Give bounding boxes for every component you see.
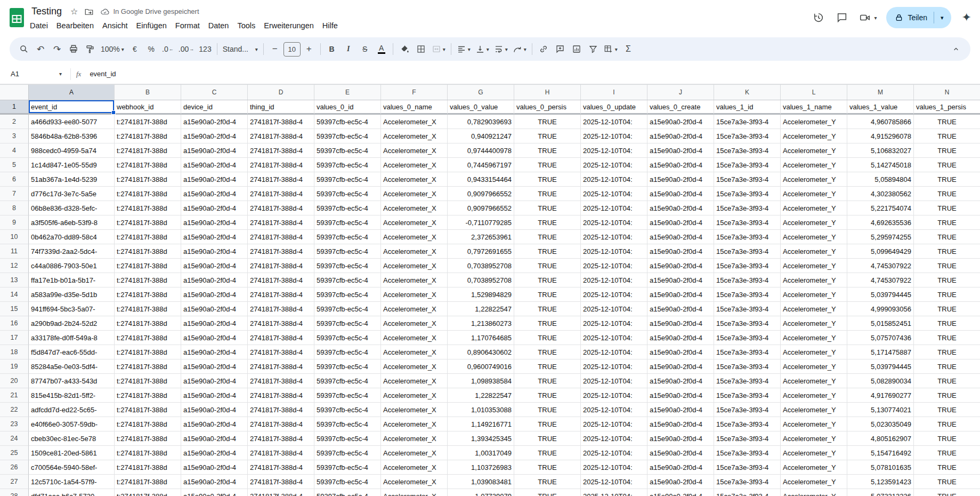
cell-E10[interactable]: 59397cfb-ec5c-4 xyxy=(314,230,381,244)
cell-L14[interactable]: Accelerometer_Y xyxy=(781,287,847,302)
cell-M11[interactable]: 5,099649429 xyxy=(847,244,914,259)
cell-G27[interactable]: 1,039083481 xyxy=(448,475,514,489)
cell-F4[interactable]: Accelerometer_X xyxy=(381,143,448,158)
functions-button[interactable]: Σ xyxy=(620,41,636,57)
cell-H20[interactable]: TRUE xyxy=(514,374,581,388)
row-number-19[interactable]: 19 xyxy=(0,359,29,374)
cell-J8[interactable]: a15e90a0-2f0d-4 xyxy=(647,201,714,215)
cell-K24[interactable]: 15ce7a3e-3f93-4 xyxy=(714,431,781,446)
cell-K22[interactable]: 15ce7a3e-3f93-4 xyxy=(714,403,781,417)
cell-D27[interactable]: 2741817f-388d-4 xyxy=(248,475,314,489)
cell-H6[interactable]: TRUE xyxy=(514,172,581,187)
cell-K5[interactable]: 15ce7a3e-3f93-4 xyxy=(714,158,781,172)
cell-A9[interactable]: a3f505f6-a6eb-53f9-8 xyxy=(29,215,115,230)
cell-H25[interactable]: TRUE xyxy=(514,446,581,460)
cell-B18[interactable]: t:2741817f-388d xyxy=(115,345,181,359)
cell-H8[interactable]: TRUE xyxy=(514,201,581,215)
cell-I12[interactable]: 2025-12-10T04: xyxy=(581,259,647,273)
cell-D14[interactable]: 2741817f-388d-4 xyxy=(248,287,314,302)
cell-J26[interactable]: a15e90a0-2f0d-4 xyxy=(647,460,714,475)
cell-F15[interactable]: Accelerometer_X xyxy=(381,302,448,316)
cell-C1[interactable]: device_id xyxy=(181,100,248,115)
cell-D6[interactable]: 2741817f-388d-4 xyxy=(248,172,314,187)
cell-E21[interactable]: 59397cfb-ec5c-4 xyxy=(314,388,381,403)
column-header-H[interactable]: H xyxy=(514,85,581,100)
cell-A23[interactable]: e40f66e0-3057-59db- xyxy=(29,417,115,431)
cell-A11[interactable]: 74f7339d-2aa2-5dc4- xyxy=(29,244,115,259)
cell-H14[interactable]: TRUE xyxy=(514,287,581,302)
cell-J22[interactable]: a15e90a0-2f0d-4 xyxy=(647,403,714,417)
row-number-1[interactable]: 1 xyxy=(0,100,29,115)
cell-E1[interactable]: values_0_id xyxy=(314,100,381,115)
cell-D21[interactable]: 2741817f-388d-4 xyxy=(248,388,314,403)
cell-J4[interactable]: a15e90a0-2f0d-4 xyxy=(647,143,714,158)
cell-E18[interactable]: 59397cfb-ec5c-4 xyxy=(314,345,381,359)
cell-H26[interactable]: TRUE xyxy=(514,460,581,475)
row-number-23[interactable]: 23 xyxy=(0,417,29,431)
cell-A1[interactable]: event_id xyxy=(29,100,115,115)
cell-F26[interactable]: Accelerometer_X xyxy=(381,460,448,475)
cell-I27[interactable]: 2025-12-10T04: xyxy=(581,475,647,489)
cell-K6[interactable]: 15ce7a3e-3f93-4 xyxy=(714,172,781,187)
cell-B24[interactable]: t:2741817f-388d xyxy=(115,431,181,446)
cell-B10[interactable]: t:2741817f-388d xyxy=(115,230,181,244)
cell-N9[interactable]: TRUE xyxy=(914,215,980,230)
cell-I1[interactable]: values_0_update xyxy=(581,100,647,115)
cell-G28[interactable]: 1,07739079 xyxy=(448,489,514,496)
menu-hilfe[interactable]: Hilfe xyxy=(318,20,342,31)
cell-G11[interactable]: 0,7972691655 xyxy=(448,244,514,259)
cell-F14[interactable]: Accelerometer_X xyxy=(381,287,448,302)
cell-G4[interactable]: 0,9744400978 xyxy=(448,143,514,158)
cell-E8[interactable]: 59397cfb-ec5c-4 xyxy=(314,201,381,215)
cell-B26[interactable]: t:2741817f-388d xyxy=(115,460,181,475)
cell-N8[interactable]: TRUE xyxy=(914,201,980,215)
cell-N24[interactable]: TRUE xyxy=(914,431,980,446)
cell-I14[interactable]: 2025-12-10T04: xyxy=(581,287,647,302)
cell-H4[interactable]: TRUE xyxy=(514,143,581,158)
cell-G17[interactable]: 1,170764685 xyxy=(448,331,514,345)
row-number-21[interactable]: 21 xyxy=(0,388,29,403)
cell-J15[interactable]: a15e90a0-2f0d-4 xyxy=(647,302,714,316)
cell-D23[interactable]: 2741817f-388d-4 xyxy=(248,417,314,431)
cell-D18[interactable]: 2741817f-388d-4 xyxy=(248,345,314,359)
cell-E13[interactable]: 59397cfb-ec5c-4 xyxy=(314,273,381,287)
cell-G8[interactable]: 0,9097966552 xyxy=(448,201,514,215)
cell-H9[interactable]: TRUE xyxy=(514,215,581,230)
cell-B4[interactable]: t:2741817f-388d xyxy=(115,143,181,158)
cell-G16[interactable]: 1,213860273 xyxy=(448,316,514,331)
row-number-5[interactable]: 5 xyxy=(0,158,29,172)
cell-H15[interactable]: TRUE xyxy=(514,302,581,316)
cell-G2[interactable]: 0,7829039693 xyxy=(448,115,514,129)
cell-M19[interactable]: 5,039794445 xyxy=(847,359,914,374)
cell-C15[interactable]: a15e90a0-2f0d-4 xyxy=(181,302,248,316)
cell-D25[interactable]: 2741817f-388d-4 xyxy=(248,446,314,460)
cell-M12[interactable]: 4,745307922 xyxy=(847,259,914,273)
cell-H12[interactable]: TRUE xyxy=(514,259,581,273)
cell-B6[interactable]: t:2741817f-388d xyxy=(115,172,181,187)
cell-G14[interactable]: 1,529894829 xyxy=(448,287,514,302)
cell-M5[interactable]: 5,142745018 xyxy=(847,158,914,172)
column-header-A[interactable]: A xyxy=(29,85,115,100)
cell-N3[interactable]: TRUE xyxy=(914,129,980,143)
cell-F2[interactable]: Accelerometer_X xyxy=(381,115,448,129)
cell-G21[interactable]: 1,22822547 xyxy=(448,388,514,403)
cell-G18[interactable]: 0,8906430602 xyxy=(448,345,514,359)
cell-J16[interactable]: a15e90a0-2f0d-4 xyxy=(647,316,714,331)
cell-K26[interactable]: 15ce7a3e-3f93-4 xyxy=(714,460,781,475)
cell-M23[interactable]: 5,023035049 xyxy=(847,417,914,431)
cell-I23[interactable]: 2025-12-10T04: xyxy=(581,417,647,431)
cell-A15[interactable]: 941ff694-5bc3-5a07- xyxy=(29,302,115,316)
cell-F19[interactable]: Accelerometer_X xyxy=(381,359,448,374)
cell-I17[interactable]: 2025-12-10T04: xyxy=(581,331,647,345)
cell-D13[interactable]: 2741817f-388d-4 xyxy=(248,273,314,287)
cell-M14[interactable]: 5,039794445 xyxy=(847,287,914,302)
cell-D19[interactable]: 2741817f-388d-4 xyxy=(248,359,314,374)
menu-tools[interactable]: Tools xyxy=(233,20,260,31)
cell-F5[interactable]: Accelerometer_X xyxy=(381,158,448,172)
cell-B13[interactable]: t:2741817f-388d xyxy=(115,273,181,287)
cell-A2[interactable]: a466d933-ee80-5077 xyxy=(29,115,115,129)
cell-I19[interactable]: 2025-12-10T04: xyxy=(581,359,647,374)
cell-C16[interactable]: a15e90a0-2f0d-4 xyxy=(181,316,248,331)
cell-M21[interactable]: 4,917690277 xyxy=(847,388,914,403)
row-number-13[interactable]: 13 xyxy=(0,273,29,287)
